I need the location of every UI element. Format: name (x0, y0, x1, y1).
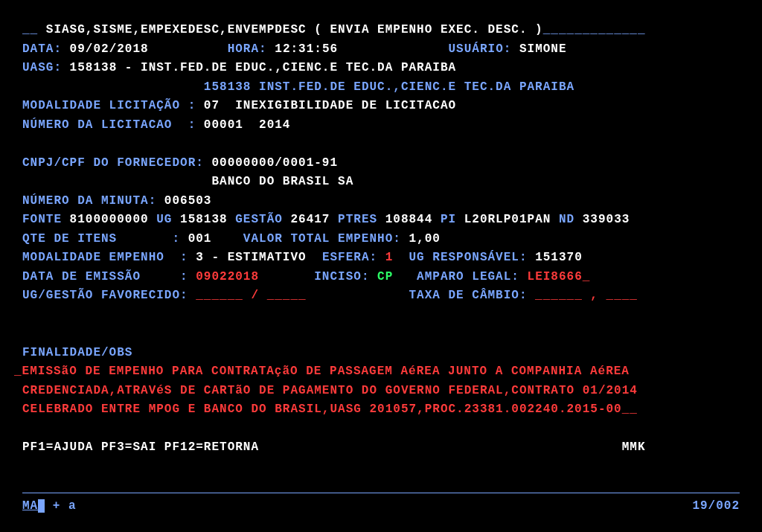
data-emissao-value[interactable]: 09022018 (188, 270, 315, 283)
cursor-icon (38, 499, 45, 513)
ug-value: 158138 (172, 213, 235, 226)
header-title: SIASG,SISME,EMPEXEDESC,ENVEMPDESC ( ENVI… (46, 23, 543, 36)
finalidade-label: FINALIDADE/OBS (22, 346, 132, 359)
obs-text-3[interactable]: CELEBRADO ENTRE MPOG E BANCO DO BRASIL,U… (22, 403, 638, 416)
session-tag: MMK (622, 440, 646, 454)
uasg-detail-row: 158138 INST.FED.DE EDUC.,CIENC.E TEC.DA … (22, 78, 762, 97)
blank-row (22, 324, 762, 344)
usuario-value: SIMONE (511, 42, 566, 56)
blank-row (22, 420, 762, 439)
cnpj-label: CNPJ/CPF DO FORNECEDOR: (22, 156, 204, 170)
ptres-label: PTRES (338, 213, 377, 226)
header-prefix: __ (22, 23, 46, 36)
gestao-label: GESTÃO (235, 213, 283, 226)
obs-line-1[interactable]: _EMISSãO DE EMPENHO PARA CONTRATAçãO DE … (14, 362, 762, 382)
header-row: __ SIASG,SISME,EMPEXEDESC,ENVEMPDESC ( E… (22, 21, 762, 40)
qte-row: QTE DE ITENS : 001 VALOR TOTAL EMPENHO: … (22, 230, 762, 249)
uasg-row: UASG: 158138 - INST.FED.DE EDUC.,CIENC.E… (22, 59, 762, 78)
minuta-value: 006503 (156, 194, 211, 208)
status-left-a: MA (22, 497, 38, 516)
numero-licitacao-row: NÚMERO DA LICITACAO : 00001 2014 (22, 116, 762, 135)
modalidade-licitacao-label: MODALIDADE LICITAÇÃO : (22, 99, 196, 112)
gestao-value: 26417 (283, 213, 338, 226)
uasg-label: UASG: (22, 61, 62, 74)
taxa-cambio-value[interactable]: ______ , ____ (528, 289, 638, 302)
status-left-c: a (68, 497, 77, 516)
data-emissao-label: DATA DE EMISSÃO : (22, 270, 188, 283)
status-left-b: + (45, 497, 68, 516)
blank-row (22, 306, 762, 325)
modalidade-empenho-row: MODALIDADE EMPENHO : 3 - ESTIMATIVO ESFE… (22, 249, 762, 268)
nd-label: ND (559, 213, 574, 226)
ug-gestao-value[interactable]: ______ / _____ (188, 289, 409, 302)
function-keys[interactable]: PF1=AJUDA PF3=SAI PF12=RETORNA (22, 440, 259, 454)
inciso-label: INCISO: (314, 270, 369, 283)
uasg-code: 158138 - (62, 61, 141, 74)
qte-value: 001 (180, 232, 243, 246)
data-label: DATA: (22, 42, 62, 56)
minuta-row: NÚMERO DA MINUTA: 006503 (22, 192, 762, 211)
cnpj-row: CNPJ/CPF DO FORNECEDOR: 00000000/0001-91 (22, 154, 762, 173)
cnpj-value: 00000000/0001-91 (204, 156, 338, 170)
qte-label: QTE DE ITENS : (22, 232, 180, 246)
pi-label: PI (441, 213, 456, 226)
ug-label: UG (156, 213, 172, 226)
status-divider (22, 493, 740, 493)
ptres-value: 108844 (377, 213, 441, 226)
numero-label: NÚMERO (22, 118, 70, 132)
obs-text-1[interactable]: EMISSãO DE EMPENHO PARA CONTRATAçãO DE P… (22, 365, 630, 378)
date-time-user-row: DATA: 09/02/2018 HORA: 12:31:56 USUÁRIO:… (22, 40, 762, 60)
ug-responsavel-label: UG RESPONSÁVEL: (409, 251, 528, 264)
modalidade-empenho-value: 3 - ESTIMATIVO (188, 251, 322, 264)
obs-text-2[interactable]: CREDENCIADA,ATRAVéS DE CARTãO DE PAGAMEN… (22, 384, 638, 397)
modalidade-empenho-label: MODALIDADE EMPENHO : (22, 251, 188, 264)
terminal-screen: __ SIASG,SISME,EMPEXEDESC,ENVEMPDESC ( E… (0, 0, 762, 532)
status-bar: MA + a 19/002 (22, 497, 740, 516)
minuta-label: NÚMERO DA MINUTA: (22, 194, 156, 208)
modalidade-licitacao-value: 07 INEXIGIBILIDADE DE LICITACAO (196, 99, 456, 112)
licitacao-label: DA LICITACAO : (70, 118, 196, 132)
fonte-row: FONTE 8100000000 UG 158138 GESTÃO 26417 … (22, 211, 762, 230)
amparo-value[interactable]: LEI8666_ (519, 270, 590, 283)
pi-value: L20RLP01PAN (456, 213, 559, 226)
fonte-value: 8100000000 (62, 213, 156, 226)
hora-value: 12:31:56 (267, 42, 338, 56)
data-emissao-row: DATA DE EMISSÃO : 09022018 INCISO: CP AM… (22, 268, 762, 287)
fonte-label: FONTE (22, 213, 62, 226)
header-suffix: _____________ (543, 23, 646, 36)
uasg-detail: 158138 INST.FED.DE EDUC.,CIENC.E TEC.DA … (204, 80, 574, 94)
inciso-value[interactable]: CP (369, 270, 417, 283)
esfera-value[interactable]: 1 (377, 251, 409, 264)
ug-responsavel-value: 151370 (528, 251, 583, 264)
ug-gestao-row: UG/GESTÃO FAVORECIDO: ______ / _____ TAX… (22, 286, 762, 306)
hora-label: HORA: (228, 42, 267, 56)
uasg-name: INST.FED.DE EDUC.,CIENC.E TEC.DA PARAIBA (141, 61, 456, 74)
valor-total-label: VALOR TOTAL EMPENHO: (243, 232, 401, 246)
cursor-position: 19/002 (692, 497, 740, 516)
finalidade-label-row: FINALIDADE/OBS (22, 344, 762, 363)
amparo-label: AMPARO LEGAL: (417, 270, 519, 283)
fornecedor-name-row: BANCO DO BRASIL SA (22, 173, 762, 192)
blank-row (22, 135, 762, 154)
esfera-label: ESFERA: (322, 251, 377, 264)
obs-line-2[interactable]: CREDENCIADA,ATRAVéS DE CARTãO DE PAGAMEN… (22, 382, 762, 401)
modalidade-licitacao-row: MODALIDADE LICITAÇÃO : 07 INEXIGIBILIDAD… (22, 97, 762, 116)
function-keys-row: PF1=AJUDA PF3=SAI PF12=RETORNA MMK (22, 438, 762, 458)
obs-line-3[interactable]: CELEBRADO ENTRE MPOG E BANCO DO BRASIL,U… (22, 400, 762, 420)
valor-total-value: 1,00 (401, 232, 441, 246)
nd-value: 339033 (574, 213, 630, 226)
data-value: 09/02/2018 (62, 42, 149, 56)
numero-licitacao-value: 00001 2014 (196, 118, 290, 132)
usuario-label: USUÁRIO: (449, 42, 512, 56)
fornecedor-name: BANCO DO BRASIL SA (211, 175, 353, 188)
taxa-cambio-label: TAXA DE CÂMBIO: (409, 289, 527, 302)
ug-gestao-label: UG/GESTÃO FAVORECIDO: (22, 289, 188, 302)
